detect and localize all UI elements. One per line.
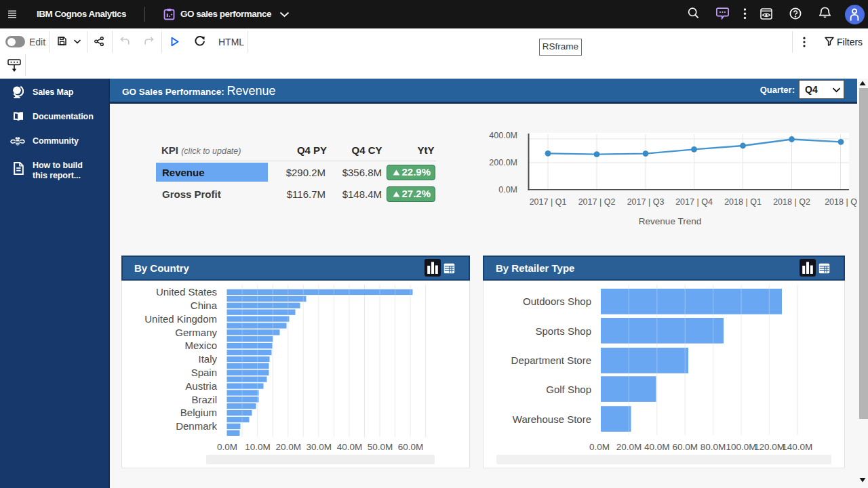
svg-text:Spain: Spain [191,367,217,378]
svg-text:United States: United States [156,286,217,298]
svg-text:50.0M: 50.0M [368,442,393,452]
svg-text:10.0M: 10.0M [245,442,271,452]
svg-text:Brazil: Brazil [191,394,217,405]
svg-text:2017 | Q4: 2017 | Q4 [675,197,713,207]
svg-text:0.0M: 0.0M [217,442,237,452]
svg-text:Department Store: Department Store [511,354,591,366]
svg-text:Warehouse Store: Warehouse Store [513,413,591,425]
svg-text:2018 | Q2: 2018 | Q2 [773,197,810,207]
svg-text:2017 | Q2: 2017 | Q2 [578,197,616,207]
svg-text:80.0M: 80.0M [701,442,726,452]
svg-text:Italy: Italy [198,353,217,365]
svg-text:120.0M: 120.0M [754,442,785,452]
svg-text:2018 | Q1: 2018 | Q1 [724,197,762,207]
svg-text:2017 | Q1: 2017 | Q1 [530,197,567,207]
svg-text:20.0M: 20.0M [616,442,642,452]
svg-text:2017 | Q3: 2017 | Q3 [627,197,665,207]
svg-text:Denmark: Denmark [176,420,217,432]
svg-text:0.0M: 0.0M [498,185,517,195]
svg-text:Austria: Austria [185,380,217,392]
svg-text:140.0M: 140.0M [782,442,812,452]
svg-text:Revenue Trend: Revenue Trend [639,216,701,226]
svg-text:200.0M: 200.0M [489,158,517,167]
svg-text:Sports Shop: Sports Shop [535,325,591,337]
svg-text:100.0M: 100.0M [726,442,756,452]
svg-text:60.0M: 60.0M [398,442,424,452]
svg-text:30.0M: 30.0M [307,442,332,452]
svg-text:Outdoors Shop: Outdoors Shop [523,296,591,307]
svg-text:Belgium: Belgium [180,407,217,418]
svg-text:60.0M: 60.0M [672,442,698,452]
svg-text:40.0M: 40.0M [337,442,363,452]
svg-text:Mexico: Mexico [184,340,217,351]
svg-text:0.0M: 0.0M [589,442,610,452]
svg-text:China: China [191,300,218,311]
svg-text:2018 | Q: 2018 | Q [825,197,857,207]
svg-text:United Kingdom: United Kingdom [144,313,217,325]
svg-text:40.0M: 40.0M [644,442,670,452]
svg-text:Germany: Germany [175,327,217,338]
svg-text:20.0M: 20.0M [275,442,301,452]
svg-text:Golf Shop: Golf Shop [546,384,591,395]
svg-text:400.0M: 400.0M [489,131,517,140]
